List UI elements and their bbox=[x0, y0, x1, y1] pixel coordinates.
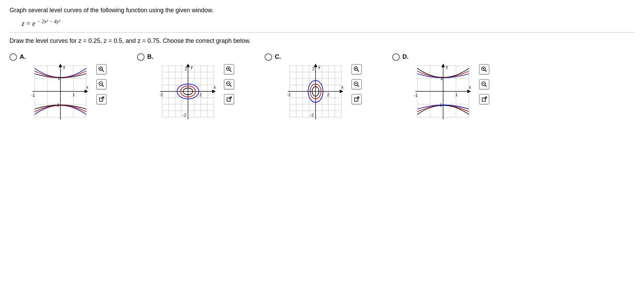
zoom-in-icon[interactable] bbox=[479, 64, 489, 74]
radio-a[interactable] bbox=[10, 53, 17, 61]
zoom-in-icon[interactable] bbox=[96, 64, 107, 74]
question-prompt: Graph several level curves of the follow… bbox=[10, 7, 634, 14]
equation-exponent: − 2x² − 4y² bbox=[36, 19, 60, 24]
svg-text:-2: -2 bbox=[310, 113, 314, 118]
svg-text:1: 1 bbox=[73, 92, 75, 97]
svg-text:y: y bbox=[446, 65, 448, 69]
svg-text:y: y bbox=[318, 65, 320, 69]
zoom-out-icon[interactable] bbox=[352, 79, 362, 89]
svg-marker-9 bbox=[85, 90, 88, 93]
svg-text:2: 2 bbox=[327, 92, 329, 97]
zoom-in-icon[interactable] bbox=[352, 64, 362, 74]
svg-text:y: y bbox=[191, 65, 193, 69]
zoom-in-icon[interactable] bbox=[224, 64, 234, 74]
svg-text:1: 1 bbox=[455, 92, 458, 97]
popout-icon[interactable] bbox=[224, 94, 234, 104]
zoom-out-icon[interactable] bbox=[96, 79, 107, 89]
graph-c: y x 2 -2 -2 2 bbox=[286, 62, 345, 121]
graph-b: y x 2 -2 -2 2 bbox=[159, 62, 217, 121]
svg-marker-84 bbox=[314, 64, 317, 67]
svg-line-122 bbox=[485, 70, 487, 72]
popout-icon[interactable] bbox=[479, 94, 489, 104]
svg-line-99 bbox=[357, 85, 359, 87]
svg-marker-46 bbox=[187, 64, 189, 67]
option-c-label: C. bbox=[275, 53, 281, 60]
svg-text:1: 1 bbox=[440, 76, 443, 81]
svg-text:x: x bbox=[469, 85, 471, 90]
svg-text:2: 2 bbox=[312, 67, 315, 71]
svg-text:-2: -2 bbox=[159, 92, 163, 97]
svg-text:-2: -2 bbox=[287, 92, 291, 97]
svg-text:-1: -1 bbox=[414, 93, 418, 98]
svg-marker-11 bbox=[59, 64, 62, 67]
svg-text:1: 1 bbox=[58, 76, 60, 81]
radio-c[interactable] bbox=[265, 53, 272, 61]
svg-line-19 bbox=[102, 70, 104, 72]
subprompt: Draw the level curves for z = 0.25, z = … bbox=[10, 37, 634, 45]
popout-icon[interactable] bbox=[96, 94, 107, 104]
svg-line-61 bbox=[230, 85, 231, 87]
svg-marker-82 bbox=[340, 90, 343, 93]
svg-marker-112 bbox=[468, 90, 470, 93]
svg-line-57 bbox=[230, 70, 231, 72]
svg-line-95 bbox=[357, 70, 359, 72]
svg-line-23 bbox=[102, 85, 104, 87]
svg-text:-1: -1 bbox=[31, 93, 35, 98]
svg-text:x: x bbox=[86, 85, 88, 90]
equation: z = e − 2x² − 4y² bbox=[22, 19, 634, 28]
graph-d: y x 1 -1 -1 1 bbox=[414, 62, 472, 121]
graph-a: y x 1 -1 -1 1 bbox=[31, 62, 90, 121]
svg-text:y: y bbox=[63, 65, 65, 69]
option-b: B. bbox=[137, 53, 234, 121]
popout-icon[interactable] bbox=[352, 94, 362, 104]
svg-text:-2: -2 bbox=[183, 113, 186, 118]
option-d: D. y x 1 -1 bbox=[392, 53, 489, 121]
svg-text:x: x bbox=[341, 85, 343, 90]
equation-lhs: z = e bbox=[22, 20, 35, 27]
option-b-label: B. bbox=[147, 53, 153, 60]
svg-marker-44 bbox=[212, 90, 215, 93]
svg-marker-114 bbox=[442, 64, 444, 67]
option-a-label: A. bbox=[20, 53, 26, 60]
zoom-out-icon[interactable] bbox=[479, 79, 489, 89]
option-a: A. y x bbox=[10, 53, 107, 121]
divider bbox=[10, 32, 634, 33]
svg-text:2: 2 bbox=[185, 67, 187, 71]
option-d-label: D. bbox=[402, 53, 409, 60]
svg-line-126 bbox=[485, 85, 487, 87]
radio-d[interactable] bbox=[392, 53, 400, 61]
zoom-out-icon[interactable] bbox=[224, 79, 234, 89]
option-c: C. bbox=[265, 53, 362, 121]
svg-text:x: x bbox=[214, 85, 216, 90]
svg-text:2: 2 bbox=[200, 92, 202, 97]
options-row: A. y x bbox=[10, 53, 634, 121]
radio-b[interactable] bbox=[137, 53, 145, 61]
